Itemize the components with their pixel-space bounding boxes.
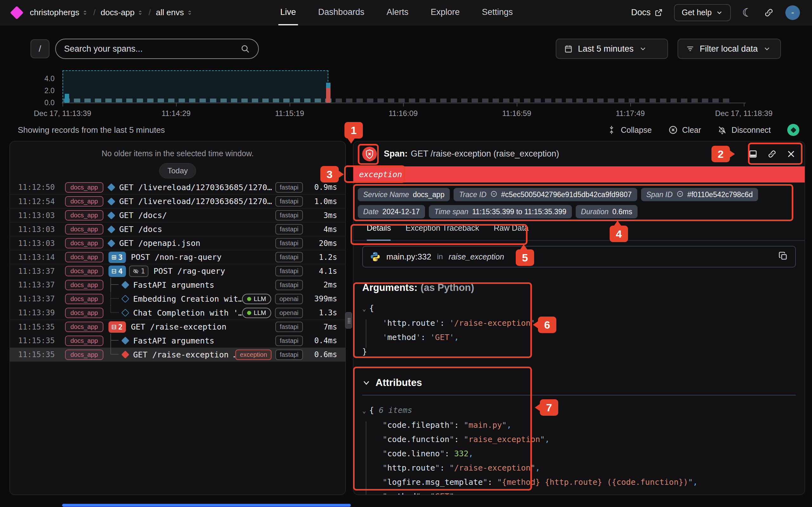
showing-records-text: Showing records from the last 5 minutes bbox=[18, 125, 165, 135]
empty-bucket-mark bbox=[461, 99, 467, 102]
empty-bucket-mark bbox=[639, 99, 646, 102]
source-file[interactable]: main.py:332 bbox=[386, 252, 432, 262]
empty-bucket-mark bbox=[377, 99, 384, 102]
metadata-chip-span-id[interactable]: Span ID#f0110e542c798c6d bbox=[641, 188, 758, 201]
share-link-icon[interactable] bbox=[764, 8, 774, 18]
x-axis-tick-label: Dec 17, 11:18:39 bbox=[715, 109, 772, 118]
trace-row[interactable]: 11:13:14docs_app⊞3POST /non-rag-queryfas… bbox=[10, 250, 345, 264]
chip-label: Span ID bbox=[647, 190, 673, 199]
attributes-code[interactable]: ⌄{ 6 items"code.filepath": "main.py","co… bbox=[362, 403, 796, 495]
expand-children-badge[interactable]: ⊞3 bbox=[108, 251, 126, 263]
main-tabs: LiveDashboardsAlertsExploreSettings bbox=[278, 0, 515, 25]
y-axis-tick: 2.0 bbox=[44, 87, 55, 95]
span-duration: 4.1s bbox=[307, 267, 337, 276]
arguments-code[interactable]: ⌄{'http.route': '/raise-exception','meth… bbox=[362, 301, 796, 359]
today-button[interactable]: Today bbox=[159, 163, 196, 178]
env-selector[interactable]: all envs bbox=[156, 8, 193, 17]
bottom-scroll-indicator[interactable] bbox=[62, 504, 351, 507]
arguments-section: Arguments:(as Python) ⌄{'http.route': '/… bbox=[362, 282, 796, 359]
span-duration: 2ms bbox=[307, 280, 337, 289]
panel-action-icons bbox=[748, 149, 796, 159]
service-tag: docs_app bbox=[65, 252, 103, 262]
get-help-button[interactable]: Get help bbox=[674, 4, 731, 21]
service-tag: docs_app bbox=[65, 238, 103, 248]
scope-tag: fastapi bbox=[275, 322, 303, 332]
tab-dashboards[interactable]: Dashboards bbox=[316, 0, 366, 25]
scope-tag: fastapi bbox=[275, 266, 303, 276]
project-selector[interactable]: docs-app bbox=[101, 8, 143, 17]
trace-row[interactable]: 11:13:37docs_app⊟41POST /rag-queryfastap… bbox=[10, 264, 345, 278]
tab-live[interactable]: Live bbox=[278, 0, 298, 25]
detail-tab-exception-traceback[interactable]: Exception Traceback bbox=[405, 223, 479, 236]
theme-toggle-moon-icon[interactable]: ☾ bbox=[742, 6, 752, 19]
code-line: ⌄{ bbox=[362, 301, 796, 316]
hidden-spans-badge[interactable]: 1 bbox=[129, 266, 148, 277]
trace-row[interactable]: 11:13:03docs_appGET /docsfastapi4ms bbox=[10, 222, 345, 236]
docs-link[interactable]: Docs bbox=[631, 8, 663, 17]
trace-row[interactable]: 11:12:54docs_appGET /livereload/12703636… bbox=[10, 194, 345, 208]
metadata-chip-trace-id[interactable]: Trace ID#c5ec5005042796e91d5db42ca9fd980… bbox=[454, 188, 637, 201]
scope-tag: fastapi bbox=[275, 238, 303, 248]
clear-button[interactable]: Clear bbox=[668, 125, 701, 135]
trace-row[interactable]: 11:13:03docs_appGET /docs/fastapi3ms bbox=[10, 208, 345, 222]
empty-bucket-mark bbox=[430, 99, 436, 102]
collapse-button[interactable]: Collapse bbox=[607, 125, 652, 135]
disconnect-button[interactable]: Disconnect bbox=[717, 125, 771, 135]
search-icon bbox=[241, 44, 250, 54]
empty-bucket-mark bbox=[702, 99, 708, 102]
close-icon[interactable] bbox=[786, 149, 796, 159]
span-search bbox=[55, 39, 259, 59]
source-in-word: in bbox=[437, 252, 443, 261]
empty-bucket-mark bbox=[252, 99, 258, 102]
dock-panel-icon[interactable] bbox=[748, 149, 758, 159]
live-connection-indicator[interactable] bbox=[787, 124, 799, 136]
llm-green-dot bbox=[247, 311, 251, 315]
y-axis-tick: 4.0 bbox=[44, 74, 55, 83]
chart-bar-spans bbox=[65, 94, 69, 103]
span-kind-diamond-icon bbox=[121, 337, 129, 344]
copy-icon[interactable] bbox=[778, 251, 788, 262]
trace-row-tags: fastapi20ms bbox=[275, 238, 337, 248]
collapse-children-badge[interactable]: ⊟4 bbox=[108, 266, 126, 277]
trace-row[interactable]: 11:13:03docs_appGET /openapi.jsonfastapi… bbox=[10, 236, 345, 250]
top-nav: christophergs / docs-app / all envs Live… bbox=[0, 0, 812, 25]
collapse-children-badge[interactable]: ⊟2 bbox=[108, 321, 126, 333]
llm-span-diamond-icon bbox=[121, 308, 129, 317]
time-range-button[interactable]: Last 5 minutes bbox=[556, 39, 668, 59]
trace-row-tree bbox=[108, 199, 114, 205]
exception-banner: exception bbox=[353, 166, 805, 182]
attributes-header[interactable]: Attributes bbox=[362, 377, 796, 389]
copy-link-icon[interactable] bbox=[767, 149, 777, 159]
detail-tab-details[interactable]: Details bbox=[367, 223, 391, 236]
detail-tab-raw-data[interactable]: Raw Data bbox=[494, 223, 529, 236]
trace-row[interactable]: 11:15:35docs_appFastAPI argumentsfastapi… bbox=[10, 334, 345, 348]
tab-settings[interactable]: Settings bbox=[480, 0, 515, 25]
trace-row-tags: fastapi0.4ms bbox=[275, 336, 337, 346]
trace-row[interactable]: 11:13:37docs_appFastAPI argumentsfastapi… bbox=[10, 278, 345, 292]
avatar[interactable]: - bbox=[785, 5, 800, 20]
trace-row[interactable]: 11:12:50docs_appGET /livereload/12703636… bbox=[10, 180, 345, 194]
trace-row-tree: ⊟41 bbox=[108, 266, 148, 277]
calendar-icon bbox=[564, 44, 573, 53]
x-axis-tick-mark bbox=[62, 103, 63, 107]
empty-bucket-mark bbox=[200, 99, 206, 102]
trace-row[interactable]: 11:13:37docs_appEmbedding Creation wit…L… bbox=[10, 292, 345, 306]
trace-row[interactable]: 11:15:35docs_app⊟2GET /raise-exceptionfa… bbox=[10, 320, 345, 334]
trace-row[interactable]: 11:15:35docs_appGET /raise-exception …ex… bbox=[10, 348, 345, 361]
trace-row[interactable]: 11:13:39docs_appChat Completion with '…L… bbox=[10, 306, 345, 320]
tab-explore[interactable]: Explore bbox=[429, 0, 462, 25]
logfire-logo-icon[interactable] bbox=[10, 6, 23, 19]
service-tag: docs_app bbox=[65, 294, 103, 304]
span-duration: 399ms bbox=[307, 294, 337, 303]
panel-resize-handle[interactable]: ⣿ bbox=[345, 312, 352, 329]
tab-alerts[interactable]: Alerts bbox=[385, 0, 410, 25]
external-link-icon bbox=[654, 9, 663, 17]
scope-tag: fastapi bbox=[275, 182, 303, 193]
org-selector[interactable]: christophergs bbox=[30, 8, 88, 17]
search-input[interactable] bbox=[64, 44, 241, 54]
x-axis-tick-mark bbox=[176, 103, 177, 107]
span-duration: 1.0ms bbox=[307, 197, 337, 206]
child-count: 3 bbox=[118, 253, 123, 262]
filter-local-data-button[interactable]: Filter local data bbox=[677, 39, 781, 59]
span-timeline-chart[interactable]: 4.02.00.0Dec 17, 11:13:3911:14:2911:15:1… bbox=[0, 68, 812, 118]
